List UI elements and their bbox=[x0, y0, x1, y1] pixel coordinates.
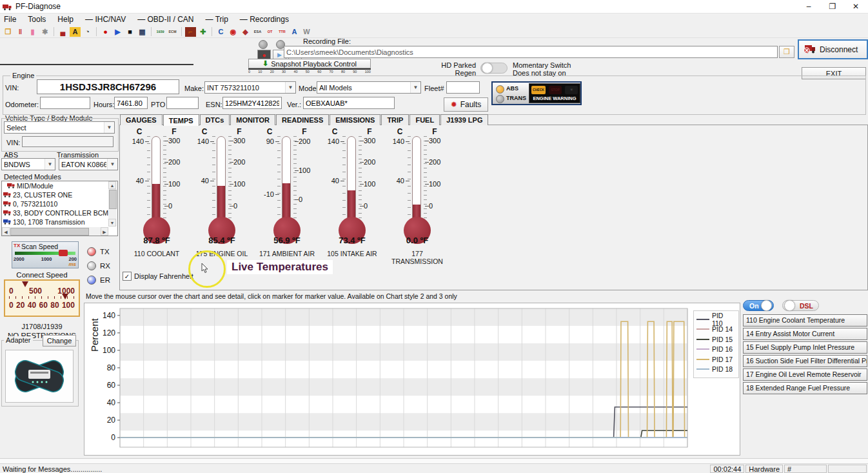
make-combo[interactable]: INT 7573211010▼ bbox=[204, 81, 296, 94]
recording-file-input[interactable] bbox=[284, 46, 778, 58]
pto-input[interactable] bbox=[166, 97, 199, 109]
odometer-input[interactable] bbox=[40, 97, 90, 109]
menu-item-3[interactable]: — IHC/NAV bbox=[85, 15, 126, 24]
snapshot-playback-button[interactable]: ⬇ Snapshot Playback Control bbox=[248, 59, 371, 68]
esn-input[interactable] bbox=[222, 97, 282, 109]
pid-button-4[interactable]: 16 Suction Side Fuel Filter Differential… bbox=[743, 355, 867, 367]
calendar-icon[interactable]: ▦ bbox=[137, 27, 148, 37]
tab-strip: GAUGESTEMPSDTCsMONITORREADINESSEMISSIONS… bbox=[120, 114, 489, 125]
svg-text:120: 120 bbox=[103, 328, 115, 337]
transmission-combo[interactable]: EATON K086696▼ bbox=[59, 158, 118, 170]
gauge-icon[interactable]: ◔ bbox=[82, 27, 93, 37]
brand-diamond-icon[interactable]: ◆ bbox=[240, 27, 251, 37]
menu-item-4[interactable]: — OBD-II / CAN bbox=[137, 15, 193, 24]
minimize-button[interactable]: – bbox=[798, 0, 820, 13]
brand-a-icon[interactable]: A bbox=[289, 27, 300, 37]
ecm-icon[interactable]: ECM bbox=[167, 27, 178, 37]
f-scale-header: F bbox=[425, 127, 444, 136]
on-toggle[interactable]: On bbox=[743, 300, 774, 311]
module-list-item[interactable]: 33, BODY CONTROLLER BCM bbox=[2, 208, 117, 217]
ver-input[interactable] bbox=[303, 97, 395, 109]
settings-gear-icon[interactable]: ✱ bbox=[39, 27, 50, 37]
svg-text:60: 60 bbox=[107, 381, 116, 390]
pid-button-6[interactable]: 18 Extended Range Fuel Pressure bbox=[743, 382, 867, 394]
dsl-toggle[interactable]: DSL bbox=[782, 300, 819, 311]
tab-temps[interactable]: TEMPS bbox=[163, 114, 199, 126]
tab-trip[interactable]: TRIP bbox=[381, 114, 409, 125]
abs-combo[interactable]: BNDWS▼ bbox=[1, 158, 55, 170]
pf-diagnose-window: PF-Diagnose – ❐ ✕ FileToolsHelp— IHC/NAV… bbox=[0, 0, 868, 473]
f-tick-label: 0 bbox=[168, 202, 188, 210]
menu-item-0[interactable]: File bbox=[4, 15, 16, 24]
tab-dtcs[interactable]: DTCs bbox=[200, 114, 230, 125]
brand-w-icon[interactable]: W bbox=[301, 27, 312, 37]
hd-parked-regen-toggle[interactable] bbox=[480, 63, 508, 74]
close-button[interactable]: ✕ bbox=[845, 0, 867, 13]
esa-icon[interactable]: ESA bbox=[252, 27, 263, 37]
er-led bbox=[87, 276, 96, 285]
fleet-input[interactable] bbox=[446, 81, 480, 94]
menu-item-5[interactable]: — Trip bbox=[206, 15, 228, 24]
diagnostic-icon[interactable]: ✚ bbox=[197, 27, 208, 37]
menu-item-1[interactable]: Tools bbox=[28, 15, 46, 24]
scan-speed-tick: 2000 bbox=[14, 256, 25, 262]
tab-gauges[interactable]: GAUGES bbox=[120, 114, 163, 125]
key-icon[interactable]: ⌐ bbox=[185, 27, 196, 37]
chart-panel[interactable]: 020406080100120140 bbox=[84, 303, 740, 456]
ttr-icon[interactable]: TTR bbox=[277, 27, 288, 37]
vin-value[interactable]: 1HSDJSJR8CH67296 bbox=[37, 79, 179, 94]
faults-button[interactable]: ✹ Faults bbox=[444, 97, 488, 112]
disconnect-button[interactable]: Disconnect bbox=[798, 39, 868, 59]
record-icon[interactable]: ● bbox=[100, 27, 111, 37]
sidebar-vin-input[interactable] bbox=[22, 136, 113, 147]
module-list-item[interactable]: 0, 7573211010 bbox=[2, 199, 117, 208]
pid-button-1[interactable]: 110 Engine Coolant Temperature bbox=[743, 314, 867, 327]
browse-folder-button[interactable]: ❒ bbox=[779, 46, 794, 58]
module-list-item[interactable]: 23, CLUSTER ONE bbox=[2, 190, 117, 199]
truck-icon[interactable]: ▄ bbox=[57, 27, 68, 37]
levels-icon[interactable]: ‖ bbox=[15, 27, 26, 37]
tab-emissions[interactable]: EMISSIONS bbox=[330, 114, 380, 125]
legend-swatch bbox=[696, 359, 709, 360]
display-fahrenheit-checkbox[interactable]: ✓ Display Fahrenheit bbox=[123, 272, 193, 281]
save-icon[interactable]: ▮ bbox=[27, 27, 38, 37]
c-minor-ticks bbox=[342, 136, 346, 222]
pid-button-3[interactable]: 15 Fuel Supply Pump Inlet Pressure bbox=[743, 341, 867, 354]
connect-speed-value: 500 bbox=[29, 287, 42, 296]
j1939-icon[interactable]: 1939 bbox=[155, 27, 166, 37]
legend-entry: PID 16 bbox=[696, 345, 736, 355]
tab-j1939-lpg[interactable]: J1939 LPG bbox=[440, 114, 488, 125]
menu-item-6[interactable]: — Recordings bbox=[240, 15, 289, 24]
dtc-icon[interactable]: OT bbox=[264, 27, 275, 37]
hours-input[interactable] bbox=[114, 97, 148, 109]
module-list-item[interactable]: 130, 1708 Transmission bbox=[2, 217, 117, 226]
modules-vscrollbar[interactable]: ▲ ▼ bbox=[108, 181, 117, 226]
brand-c-icon[interactable]: C bbox=[215, 27, 226, 37]
maximize-button[interactable]: ❐ bbox=[822, 0, 843, 13]
menu-item-2[interactable]: Help bbox=[57, 15, 74, 24]
play-icon[interactable]: ▶ bbox=[112, 27, 123, 37]
module-list-item[interactable]: MID/Module bbox=[2, 181, 117, 190]
change-adapter-button[interactable]: Change bbox=[43, 335, 76, 347]
pid-button-2[interactable]: 14 Entry Assist Motor Current bbox=[743, 328, 867, 340]
open-folder-icon[interactable]: ❒ bbox=[3, 27, 14, 37]
app-truck-icon bbox=[3, 3, 12, 10]
stop-icon[interactable]: ■ bbox=[124, 27, 135, 37]
snapshot-playback-label: Snapshot Playback Control bbox=[271, 60, 357, 68]
c-tick-label: 40 bbox=[385, 177, 404, 185]
model-combo[interactable]: All Models▼ bbox=[317, 81, 421, 94]
tab-monitor[interactable]: MONITOR bbox=[230, 114, 275, 125]
faults-burst-icon: ✹ bbox=[451, 100, 457, 109]
modules-hscrollbar[interactable]: ◀ ▶ bbox=[2, 227, 108, 236]
chart-plot[interactable]: 020406080100120140 bbox=[84, 303, 740, 455]
tab-fuel[interactable]: FUEL bbox=[409, 114, 440, 125]
toolbar: ❒‖▮✱▄A◔●▶■▦1939ECM⌐✚C◉◆ESAOTTTRAW bbox=[0, 26, 868, 38]
change-label: Change bbox=[47, 337, 72, 345]
bottom-strip bbox=[0, 459, 868, 463]
pid-button-5[interactable]: 17 Engine Oil Level Remote Reservoir bbox=[743, 368, 867, 381]
red-truck-icon bbox=[3, 209, 11, 217]
vehicle-type-select[interactable]: Select▼ bbox=[4, 121, 115, 134]
tab-readiness[interactable]: READINESS bbox=[276, 114, 329, 125]
hazard-icon[interactable]: A bbox=[70, 27, 81, 37]
brand-o-icon[interactable]: ◉ bbox=[228, 27, 239, 37]
